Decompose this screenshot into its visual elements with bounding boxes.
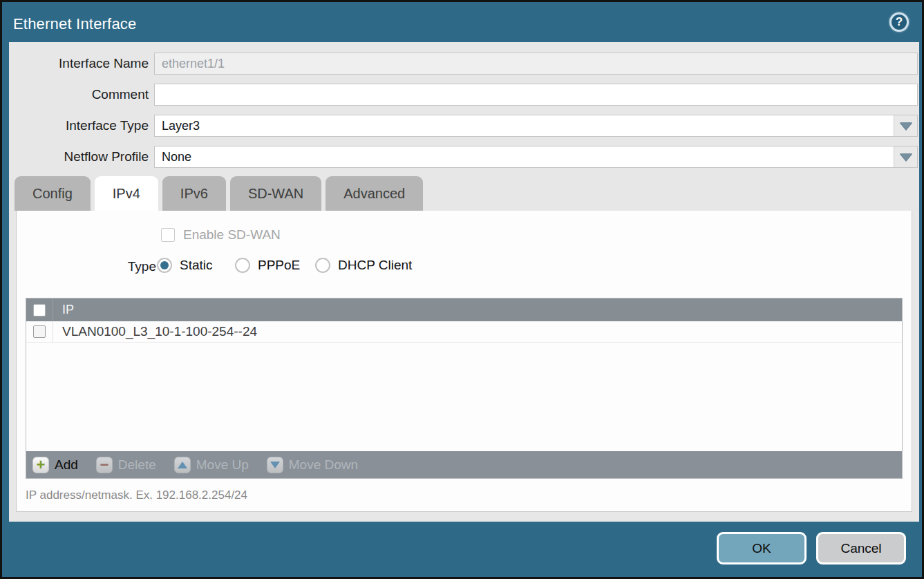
radio-dhcp-client-label: DHCP Client — [338, 258, 412, 273]
chevron-down-icon — [900, 153, 912, 161]
table-row[interactable]: VLAN0100_L3_10-1-100-254--24 — [26, 321, 902, 343]
row-checkbox-cell — [26, 321, 53, 342]
comment-label: Comment — [9, 84, 149, 106]
help-icon[interactable]: ? — [889, 12, 909, 32]
netflow-profile-row: Netflow Profile None — [9, 146, 919, 168]
enable-sdwan-label: Enable SD-WAN — [183, 227, 281, 243]
add-button[interactable]: + Add — [32, 457, 78, 473]
tab-config[interactable]: Config — [15, 176, 91, 211]
radio-static[interactable]: Static — [157, 258, 213, 273]
ip-table-body: VLAN0100_L3_10-1-100-254--24 — [26, 321, 902, 451]
move-up-button[interactable]: Move Up — [174, 457, 249, 473]
ok-button[interactable]: OK — [717, 532, 807, 564]
arrow-down-icon — [267, 457, 283, 473]
tab-sdwan[interactable]: SD-WAN — [230, 176, 321, 211]
interface-type-value: Layer3 — [162, 115, 200, 136]
comment-field[interactable] — [154, 84, 918, 106]
move-down-button[interactable]: Move Down — [267, 457, 358, 473]
ip-address-table: IP VLAN0100_L3_10-1-100-254--24 + Add − … — [26, 298, 903, 479]
interface-type-label: Interface Type — [9, 115, 149, 137]
ip-format-hint: IP address/netmask. Ex. 192.168.2.254/24 — [26, 488, 247, 502]
dialog-title: Ethernet Interface — [13, 15, 136, 33]
minus-icon: − — [96, 457, 113, 473]
row-checkbox[interactable] — [33, 325, 46, 338]
interface-name-field[interactable] — [154, 53, 918, 75]
arrow-up-icon — [174, 457, 191, 473]
cancel-button[interactable]: Cancel — [816, 532, 906, 564]
move-down-button-label: Move Down — [289, 457, 358, 473]
tab-ipv6[interactable]: IPv6 — [162, 176, 226, 211]
enable-sdwan-row: Enable SD-WAN — [161, 227, 281, 243]
ipv4-tab-panel: Enable SD-WAN Type Static PPPoE DHCP Cli… — [16, 211, 912, 512]
select-all-checkbox[interactable] — [33, 304, 46, 316]
netflow-profile-label: Netflow Profile — [9, 146, 149, 168]
radio-pppoe-control[interactable] — [235, 258, 250, 273]
delete-button-label: Delete — [118, 457, 156, 473]
interface-name-row: Interface Name — [9, 53, 919, 75]
tab-advanced[interactable]: Advanced — [326, 176, 423, 211]
enable-sdwan-checkbox[interactable] — [161, 228, 175, 242]
tab-ipv4[interactable]: IPv4 — [95, 176, 158, 211]
radio-static-control[interactable] — [157, 258, 172, 273]
add-button-label: Add — [55, 457, 78, 473]
radio-pppoe[interactable]: PPPoE — [235, 258, 300, 273]
ip-cell: VLAN0100_L3_10-1-100-254--24 — [53, 324, 257, 339]
type-label: Type — [17, 258, 156, 276]
chevron-down-icon — [900, 122, 912, 130]
plus-icon: + — [32, 457, 49, 473]
netflow-profile-dropdown[interactable]: None — [154, 146, 918, 168]
interface-name-label: Interface Name — [9, 53, 149, 75]
move-up-button-label: Move Up — [196, 457, 249, 473]
dialog-titlebar: Ethernet Interface ? — [4, 2, 920, 42]
ip-column-header: IP — [53, 303, 74, 317]
netflow-profile-dropdown-button[interactable] — [894, 146, 917, 167]
ethernet-interface-dialog: Ethernet Interface ? Interface Name Comm… — [0, 0, 924, 579]
select-all-cell — [26, 298, 53, 321]
type-radio-group: Type Static PPPoE DHCP Client — [17, 258, 912, 277]
tab-bar: Config IPv4 IPv6 SD-WAN Advanced — [15, 176, 423, 211]
radio-dhcp-client-control[interactable] — [315, 258, 330, 273]
ip-table-header: IP — [26, 298, 902, 321]
netflow-profile-value: None — [162, 146, 191, 167]
interface-type-dropdown[interactable]: Layer3 — [154, 115, 918, 137]
interface-type-row: Interface Type Layer3 — [9, 115, 919, 137]
radio-dhcp-client[interactable]: DHCP Client — [315, 258, 412, 273]
radio-static-label: Static — [180, 258, 213, 273]
delete-button[interactable]: − Delete — [96, 457, 156, 473]
radio-pppoe-label: PPPoE — [258, 258, 300, 273]
interface-type-dropdown-button[interactable] — [894, 115, 917, 136]
ip-table-toolbar: + Add − Delete Move Up Move Down — [26, 451, 902, 478]
comment-row: Comment — [9, 84, 919, 106]
